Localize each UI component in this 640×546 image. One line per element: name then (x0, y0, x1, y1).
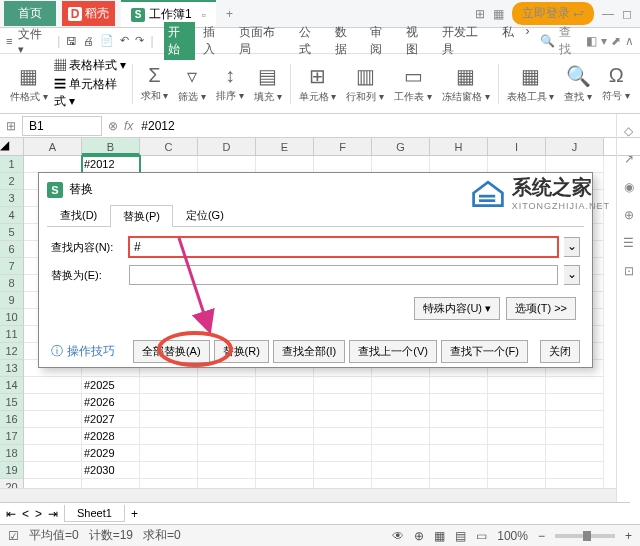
tab-insert[interactable]: 插入 (199, 22, 231, 60)
cell[interactable] (24, 411, 82, 428)
cell[interactable] (198, 377, 256, 394)
col-head[interactable]: A (24, 138, 82, 155)
cell[interactable] (198, 394, 256, 411)
tab-review[interactable]: 审阅 (366, 22, 398, 60)
fill-icon[interactable]: ▤ (258, 64, 277, 88)
tips-link[interactable]: ⓘ 操作技巧 (51, 343, 115, 360)
view-layout-icon[interactable]: ▤ (455, 529, 466, 543)
cell[interactable] (24, 428, 82, 445)
cell[interactable] (372, 377, 430, 394)
cell[interactable] (256, 156, 314, 173)
row-head[interactable]: 17 (0, 428, 24, 445)
qat-redo-icon[interactable]: ↷ (135, 34, 144, 47)
row-head[interactable]: 14 (0, 377, 24, 394)
find-next-button[interactable]: 查找下一个(F) (441, 340, 528, 363)
replace-all-button[interactable]: 全部替换(A) (133, 340, 210, 363)
cell[interactable] (546, 428, 604, 445)
row-head[interactable]: 10 (0, 309, 24, 326)
replace-dropdown-icon[interactable]: ⌄ (564, 265, 580, 285)
cell[interactable] (430, 394, 488, 411)
qat-undo-icon[interactable]: ↶ (120, 34, 129, 47)
cell[interactable] (140, 377, 198, 394)
sheet-nav-first-icon[interactable]: ⇤ (6, 507, 16, 521)
cell[interactable] (430, 377, 488, 394)
find-content-input[interactable] (129, 237, 558, 257)
tab-view[interactable]: 视图 (402, 22, 434, 60)
tab-overflow-icon[interactable]: › (522, 22, 534, 60)
col-head[interactable]: H (430, 138, 488, 155)
tab-dev[interactable]: 开发工具 (438, 22, 494, 60)
cell-icon[interactable]: ⊞ (309, 64, 326, 88)
tab-layout[interactable]: 页面布局 (235, 22, 291, 60)
view-page-icon[interactable]: ▭ (476, 529, 487, 543)
find-icon[interactable]: 🔍 (566, 64, 591, 88)
cell[interactable] (372, 462, 430, 479)
fbar-nav-icon[interactable]: ⊞ (6, 119, 16, 133)
cell[interactable] (256, 411, 314, 428)
cell[interactable] (488, 377, 546, 394)
cell[interactable] (546, 156, 604, 173)
dialog-tab-goto[interactable]: 定位(G) (173, 204, 237, 226)
sheet-tab[interactable]: Sheet1 (64, 505, 125, 522)
sort-label[interactable]: 排序 ▾ (216, 89, 244, 103)
row-head[interactable]: 2 (0, 173, 24, 190)
replace-button[interactable]: 替换(R) (214, 340, 269, 363)
formula-input[interactable]: #2012 (139, 117, 634, 135)
cell[interactable] (256, 394, 314, 411)
cell[interactable] (488, 462, 546, 479)
cell[interactable]: #2026 (82, 394, 140, 411)
col-head[interactable]: E (256, 138, 314, 155)
search-label[interactable]: 查找 (559, 24, 582, 58)
view-normal-icon[interactable]: ▦ (434, 529, 445, 543)
format-icon[interactable]: ▦ (19, 64, 38, 88)
filter-icon[interactable]: ▿ (187, 64, 197, 88)
cell[interactable] (372, 411, 430, 428)
zoom-out-icon[interactable]: − (538, 529, 545, 543)
cell[interactable]: #2030 (82, 462, 140, 479)
col-head[interactable]: B (82, 138, 140, 155)
row-head[interactable]: 6 (0, 241, 24, 258)
row-head[interactable]: 3 (0, 190, 24, 207)
cell[interactable] (256, 428, 314, 445)
cell[interactable] (430, 411, 488, 428)
col-head[interactable]: I (488, 138, 546, 155)
close-button[interactable]: 关闭 (540, 340, 580, 363)
freeze-icon[interactable]: ▦ (456, 64, 475, 88)
tab-more[interactable]: 私 (498, 22, 518, 60)
add-sheet-button[interactable]: + (131, 507, 138, 521)
cell[interactable] (314, 411, 372, 428)
sum-label[interactable]: 求和 ▾ (141, 89, 169, 103)
cell[interactable] (546, 377, 604, 394)
cell[interactable] (140, 428, 198, 445)
sum-icon[interactable]: Σ (148, 64, 160, 87)
cell[interactable] (198, 462, 256, 479)
sidebar-icon-2[interactable]: ↗ (624, 152, 634, 166)
cell[interactable] (488, 445, 546, 462)
filter-label[interactable]: 筛选 ▾ (178, 90, 206, 104)
cell[interactable] (198, 445, 256, 462)
tab-start[interactable]: 开始 (164, 22, 196, 60)
top-icon-b[interactable]: ▾ (601, 34, 607, 48)
titlebar-icon-2[interactable]: ▦ (493, 7, 504, 21)
cell[interactable] (546, 462, 604, 479)
select-all-corner[interactable]: ◢ (0, 138, 24, 155)
cell[interactable] (488, 428, 546, 445)
top-icon-a[interactable]: ◧ (586, 34, 597, 48)
symbol-icon[interactable]: Ω (609, 64, 624, 87)
col-head[interactable]: G (372, 138, 430, 155)
cell[interactable] (198, 428, 256, 445)
cell[interactable] (24, 445, 82, 462)
top-icon-c[interactable]: ⬈ (611, 34, 621, 48)
cell[interactable] (546, 411, 604, 428)
qat-preview-icon[interactable]: 📄 (100, 34, 114, 47)
menu-file[interactable]: 文件 ▾ (18, 26, 51, 56)
row-head[interactable]: 19 (0, 462, 24, 479)
row-head[interactable]: 15 (0, 394, 24, 411)
tab-home[interactable]: 首页 (4, 1, 56, 26)
sidebar-icon-4[interactable]: ⊕ (624, 208, 634, 222)
cell[interactable] (140, 394, 198, 411)
search-icon[interactable]: 🔍 (540, 34, 555, 48)
zoom-in-icon[interactable]: + (625, 529, 632, 543)
titlebar-icon-1[interactable]: ⊞ (475, 7, 485, 21)
cell[interactable] (430, 445, 488, 462)
